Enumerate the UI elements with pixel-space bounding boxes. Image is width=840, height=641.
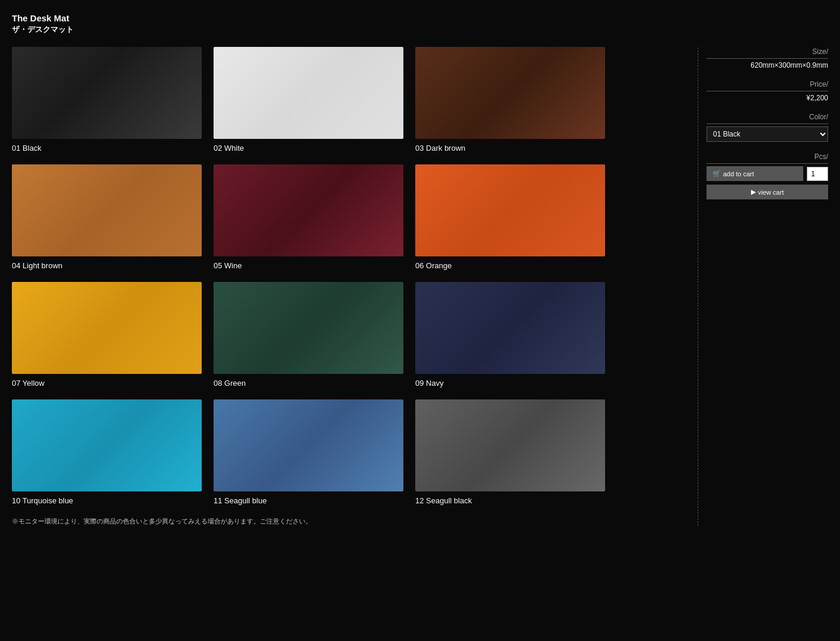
- color-item-06[interactable]: 06 Orange: [415, 164, 605, 270]
- size-label: Size/: [707, 47, 828, 56]
- color-label-03: 03 Dark brown: [415, 144, 605, 153]
- arrow-icon: ▶: [751, 188, 756, 196]
- color-label-05: 05 Wine: [214, 261, 403, 270]
- color-label-07: 07 Yellow: [12, 379, 202, 388]
- pcs-divider: [707, 163, 828, 164]
- color-swatch-05: [214, 164, 403, 256]
- size-value: 620mm×300mm×0.9mm: [707, 61, 828, 69]
- pcs-section: Pcs/ 🛒 add to cart ▶ view cart: [707, 153, 828, 199]
- pcs-input[interactable]: [807, 167, 828, 181]
- color-section: Color/ 01 Black02 White03 Dark brown04 L…: [707, 113, 828, 142]
- color-grid: 01 Black02 White03 Dark brown04 Light br…: [12, 47, 605, 505]
- color-item-03[interactable]: 03 Dark brown: [415, 47, 605, 153]
- add-to-cart-label: add to cart: [723, 170, 754, 177]
- pcs-row: 🛒 add to cart: [707, 166, 828, 181]
- sidebar-inner: Size/ 620mm×300mm×0.9mm Price/ ¥2,200 Co…: [698, 47, 828, 199]
- color-item-11[interactable]: 11 Seagull blue: [214, 399, 403, 505]
- color-swatch-10: [12, 399, 202, 491]
- color-swatch-03: [415, 47, 605, 139]
- color-swatch-06: [415, 164, 605, 256]
- color-swatch-08: [214, 282, 403, 374]
- price-divider: [707, 91, 828, 91]
- color-label-04: 04 Light brown: [12, 261, 202, 270]
- color-item-12[interactable]: 12 Seagull black: [415, 399, 605, 505]
- color-swatch-04: [12, 164, 202, 256]
- color-label-12: 12 Seagull black: [415, 496, 605, 505]
- color-item-08[interactable]: 08 Green: [214, 282, 403, 388]
- color-label-09: 09 Navy: [415, 379, 605, 388]
- color-item-07[interactable]: 07 Yellow: [12, 282, 202, 388]
- color-label-06: 06 Orange: [415, 261, 605, 270]
- pcs-label: Pcs/: [707, 153, 828, 161]
- color-select[interactable]: 01 Black02 White03 Dark brown04 Light br…: [707, 126, 828, 142]
- color-item-02[interactable]: 02 White: [214, 47, 403, 153]
- color-label-10: 10 Turquoise blue: [12, 496, 202, 505]
- product-title-en: The Desk Mat: [12, 12, 686, 24]
- page-wrapper: The Desk Mat ザ・デスクマット 01 Black02 White03…: [0, 0, 840, 538]
- product-title-jp: ザ・デスクマット: [12, 24, 686, 35]
- color-swatch-09: [415, 282, 605, 374]
- disclaimer: ※モニター環境により、実際の商品の色合いと多少異なってみえる場合があります。ご注…: [12, 517, 605, 526]
- price-value: ¥2,200: [707, 94, 828, 102]
- price-label: Price/: [707, 80, 828, 88]
- color-swatch-11: [214, 399, 403, 491]
- color-swatch-12: [415, 399, 605, 491]
- size-section: Size/ 620mm×300mm×0.9mm: [707, 47, 828, 69]
- cart-icon: 🛒: [712, 170, 721, 177]
- color-label-02: 02 White: [214, 144, 403, 153]
- add-to-cart-button[interactable]: 🛒 add to cart: [707, 166, 803, 181]
- color-label-11: 11 Seagull blue: [214, 496, 403, 505]
- color-item-09[interactable]: 09 Navy: [415, 282, 605, 388]
- color-item-10[interactable]: 10 Turquoise blue: [12, 399, 202, 505]
- sidebar: Size/ 620mm×300mm×0.9mm Price/ ¥2,200 Co…: [698, 12, 828, 526]
- color-swatch-02: [214, 47, 403, 139]
- color-label-01: 01 Black: [12, 144, 202, 153]
- price-section: Price/ ¥2,200: [707, 80, 828, 102]
- color-swatch-01: [12, 47, 202, 139]
- color-swatch-07: [12, 282, 202, 374]
- view-cart-label: view cart: [758, 189, 784, 196]
- color-divider: [707, 123, 828, 124]
- product-title: The Desk Mat ザ・デスクマット: [12, 12, 686, 35]
- color-label: Color/: [707, 113, 828, 121]
- main-content: The Desk Mat ザ・デスクマット 01 Black02 White03…: [12, 12, 698, 526]
- color-item-04[interactable]: 04 Light brown: [12, 164, 202, 270]
- size-divider: [707, 58, 828, 59]
- view-cart-button[interactable]: ▶ view cart: [707, 185, 828, 199]
- color-item-05[interactable]: 05 Wine: [214, 164, 403, 270]
- color-label-08: 08 Green: [214, 379, 403, 388]
- color-item-01[interactable]: 01 Black: [12, 47, 202, 153]
